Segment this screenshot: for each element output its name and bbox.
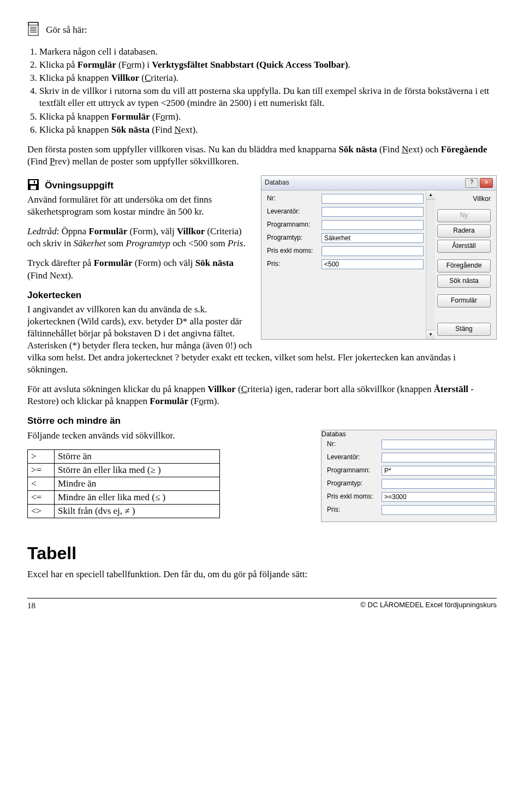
- tabell-heading: Tabell: [27, 542, 497, 565]
- d1-field-prog[interactable]: [321, 220, 424, 230]
- intro-line: Gör så här:: [27, 22, 497, 39]
- close-icon[interactable]: ✕: [480, 178, 493, 188]
- d1-btn-ny[interactable]: Ny: [437, 209, 491, 222]
- table-row: >=Större än eller lika med (≥ ): [28, 463, 220, 477]
- op-symbol: <: [28, 477, 55, 490]
- d1-field-nr[interactable]: [321, 194, 424, 204]
- d1-btn-formular[interactable]: Formulär: [437, 294, 491, 307]
- svg-rect-9: [34, 181, 35, 183]
- table-row: >Större än: [28, 449, 220, 463]
- disk-icon: [27, 179, 39, 194]
- op-desc: Större än: [55, 449, 220, 463]
- gtlt-intro: Följande tecken används vid sökvillkor.: [27, 430, 305, 442]
- dialog-databas-1: Databas ? ✕ Nr: Leverantör: Programnamn:…: [261, 175, 497, 340]
- d1-field-typ[interactable]: [321, 233, 424, 243]
- step-item: Klicka på Formulär (Form) i Verktygsfält…: [39, 59, 497, 71]
- d1-field-pris[interactable]: [321, 259, 424, 269]
- d2-label-prog: Programnamn:: [327, 466, 382, 475]
- footer-rule: [27, 598, 497, 598]
- footer: 18 © DC LÄROMEDEL Excel fördjupningskurs: [27, 601, 497, 612]
- d1-btn-aterstall[interactable]: Återställ: [437, 240, 491, 253]
- dialog-databas-2: Databas Nr: Leverantör: Programnamn: Pro…: [321, 430, 497, 523]
- joker-p2: För att avsluta sökningen klickar du på …: [27, 383, 497, 407]
- steps-list: Markera någon cell i databasen.Klicka på…: [27, 46, 497, 136]
- op-symbol: >=: [28, 463, 55, 477]
- dialog1-title: Databas: [265, 179, 289, 187]
- dialog1-titlebar: Databas ? ✕: [261, 176, 496, 191]
- d2-field-prog[interactable]: [382, 466, 495, 476]
- op-desc: Mindre än: [55, 477, 220, 490]
- d2-label-lev: Leverantör:: [327, 453, 382, 462]
- d1-label-prog: Programnamn:: [267, 221, 321, 229]
- op-symbol: >: [28, 449, 55, 463]
- d2-field-pris[interactable]: [382, 505, 495, 515]
- operators-table: >Större än>=Större än eller lika med (≥ …: [27, 449, 220, 518]
- tabell-p: Excel har en speciell tabellfunktion. De…: [27, 568, 497, 580]
- d1-scrollbar[interactable]: ▲ ▼: [426, 191, 435, 339]
- intro-label: Gör så här:: [46, 25, 87, 35]
- table-row: <Mindre än: [28, 477, 220, 490]
- d2-field-typ[interactable]: [382, 479, 495, 489]
- para-after-steps: Den första posten som uppfyller villkore…: [27, 144, 497, 168]
- step-item: Klicka på knappen Formulär (Form).: [39, 111, 497, 123]
- page-number: 18: [27, 601, 35, 612]
- step-item: Klicka på knappen Villkor (Criteria).: [39, 72, 497, 84]
- svg-rect-1: [28, 22, 38, 25]
- svg-rect-7: [29, 180, 37, 184]
- step-item: Markera någon cell i databasen.: [39, 46, 497, 58]
- op-desc: Mindre än eller lika med (≤ ): [55, 490, 220, 504]
- d1-field-lev[interactable]: [321, 207, 424, 217]
- step-item: Klicka på knappen Sök nästa (Find Next).: [39, 124, 497, 136]
- d1-label-nr: Nr:: [267, 194, 321, 203]
- d1-btn-stang[interactable]: Stäng: [437, 323, 491, 336]
- d2-label-prisx: Pris exkl moms:: [327, 493, 382, 501]
- op-symbol: <=: [28, 490, 55, 504]
- d1-btn-soknasta[interactable]: Sök nästa: [437, 275, 491, 288]
- document-icon: [27, 22, 40, 39]
- op-desc: Skilt från (dvs ej, ≠ ): [55, 505, 220, 518]
- d1-label-prisx: Pris exkl moms:: [267, 247, 321, 256]
- scroll-down-icon[interactable]: ▼: [426, 330, 435, 339]
- table-row: <>Skilt från (dvs ej, ≠ ): [28, 505, 220, 518]
- op-desc: Större än eller lika med (≥ ): [55, 463, 220, 477]
- d1-btn-radera[interactable]: Radera: [437, 224, 491, 238]
- d2-label-nr: Nr:: [327, 440, 382, 449]
- footer-copyright: © DC LÄROMEDEL Excel fördjupningskurs: [360, 601, 497, 612]
- d2-field-prisx[interactable]: [382, 492, 495, 502]
- d2-label-pris: Pris:: [327, 506, 382, 514]
- step-item: Skriv in de villkor i rutorna som du vil…: [39, 85, 497, 109]
- d1-field-prisx[interactable]: [321, 246, 424, 256]
- dialog2-titlebar: Databas: [321, 430, 496, 439]
- d1-btn-foregaende[interactable]: Föregående: [437, 259, 491, 272]
- svg-rect-8: [31, 186, 36, 189]
- d1-label-lev: Leverantör:: [267, 208, 321, 216]
- d1-label-typ: Programtyp:: [267, 234, 321, 242]
- d2-field-nr[interactable]: [382, 440, 495, 449]
- dialog2-title: Databas: [321, 430, 346, 438]
- table-row: <=Mindre än eller lika med (≤ ): [28, 490, 220, 504]
- scroll-up-icon[interactable]: ▲: [426, 191, 435, 200]
- help-icon[interactable]: ?: [465, 178, 478, 188]
- d1-label-pris: Pris:: [267, 260, 321, 269]
- op-symbol: <>: [28, 505, 55, 518]
- d2-label-typ: Programtyp:: [327, 479, 382, 488]
- gtlt-heading: Större och mindre än: [27, 415, 497, 427]
- d1-mode-label: Villkor: [437, 194, 491, 207]
- exercise-heading: Övningsuppgift: [45, 180, 114, 192]
- d2-field-lev[interactable]: [382, 453, 495, 463]
